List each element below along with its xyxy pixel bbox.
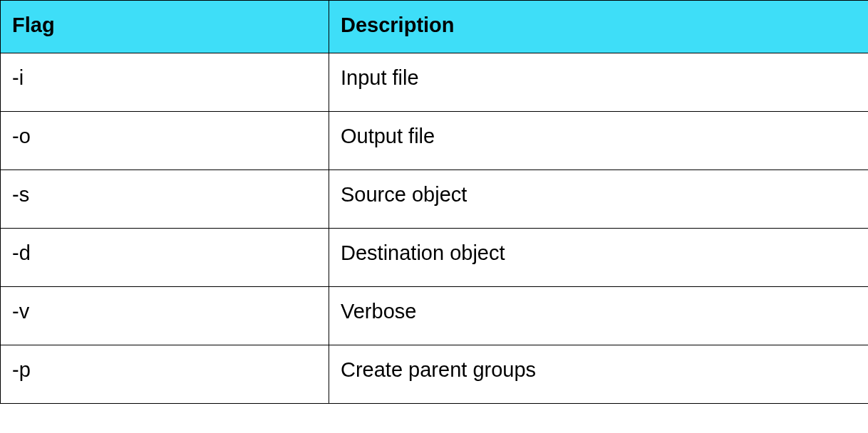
table-row: -d Destination object <box>1 229 869 287</box>
cell-description: Create parent groups <box>329 345 869 404</box>
cell-description: Destination object <box>329 229 869 287</box>
cell-flag: -v <box>1 287 329 345</box>
table-header-row: Flag Description <box>1 1 869 53</box>
cell-flag: -p <box>1 345 329 404</box>
table-row: -o Output file <box>1 112 869 170</box>
cell-flag: -d <box>1 229 329 287</box>
cell-description: Verbose <box>329 287 869 345</box>
table-row: -i Input file <box>1 53 869 112</box>
header-flag: Flag <box>1 1 329 53</box>
cell-description: Output file <box>329 112 869 170</box>
table-row: -p Create parent groups <box>1 345 869 404</box>
table-row: -s Source object <box>1 170 869 229</box>
cell-flag: -i <box>1 53 329 112</box>
header-description: Description <box>329 1 869 53</box>
cell-flag: -s <box>1 170 329 229</box>
cell-description: Input file <box>329 53 869 112</box>
flags-table: Flag Description -i Input file -o Output… <box>0 0 868 404</box>
cell-flag: -o <box>1 112 329 170</box>
table-row: -v Verbose <box>1 287 869 345</box>
cell-description: Source object <box>329 170 869 229</box>
